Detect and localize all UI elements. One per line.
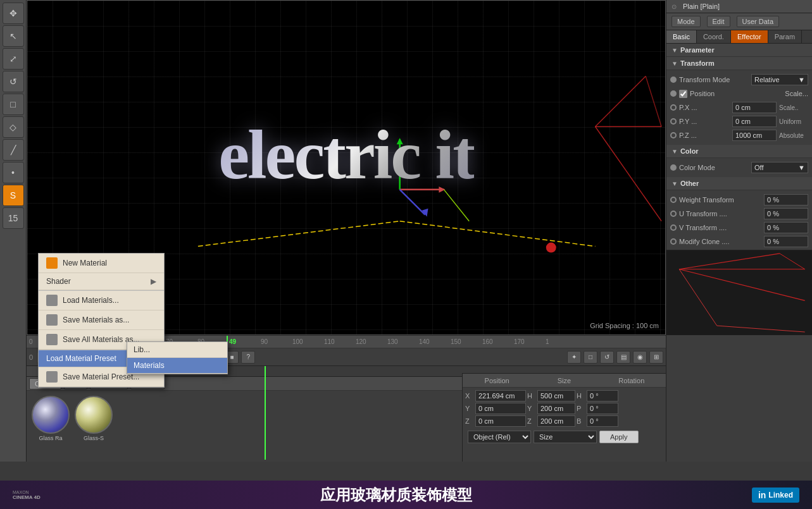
- tab-basic[interactable]: Basic: [666, 30, 697, 43]
- userdata-button[interactable]: User Data: [737, 16, 780, 27]
- weight-transform-input[interactable]: [764, 194, 808, 205]
- pz-radio[interactable]: [670, 132, 677, 138]
- y-pos-input[interactable]: [475, 403, 526, 414]
- transform-mode-dropdown[interactable]: Relative ▼: [751, 74, 808, 85]
- size-col-label: Size: [534, 377, 594, 384]
- apply-button[interactable]: Apply: [599, 431, 639, 443]
- panel-title: Plain [Plain]: [683, 3, 720, 10]
- size-dropdown[interactable]: Size: [534, 431, 597, 443]
- animation-btn[interactable]: □: [584, 351, 597, 364]
- u-transform-input[interactable]: [764, 208, 808, 219]
- other-section-header[interactable]: ▼ Other: [666, 177, 812, 190]
- grid-btn[interactable]: ⊞: [649, 351, 663, 364]
- keyframe-btn[interactable]: ✦: [567, 351, 581, 364]
- tool-move[interactable]: ✥: [3, 3, 24, 24]
- tool-number[interactable]: 15: [3, 207, 24, 229]
- menu-save-materials[interactable]: Save Materials as...: [39, 310, 164, 330]
- tool-scale[interactable]: ⤢: [3, 48, 24, 70]
- menu-load-materials[interactable]: Load Materials...: [39, 291, 164, 310]
- mini-viewport: [666, 250, 812, 335]
- object-rel-dropdown[interactable]: Object (Rel): [468, 431, 531, 443]
- z-rot-label: B: [577, 417, 585, 425]
- tool-rotate[interactable]: ↺: [3, 71, 24, 92]
- z-row: Z Z B: [465, 415, 663, 427]
- v-transform-label: V Transform ....: [679, 224, 761, 231]
- edit-button[interactable]: Edit: [707, 16, 730, 27]
- px-radio[interactable]: [670, 104, 677, 111]
- py-input[interactable]: [732, 116, 777, 127]
- x-label: X: [465, 392, 474, 400]
- tab-coord[interactable]: Coord.: [697, 30, 731, 43]
- panel-tabs: Basic Coord. Effector Param: [666, 30, 812, 44]
- save-materials-icon: [46, 314, 58, 326]
- material-glass2-label: Glass-S: [75, 435, 113, 441]
- z-pos-input[interactable]: [475, 415, 526, 427]
- material-glass1-thumb[interactable]: [32, 396, 70, 434]
- brand-line1: MAXON: [13, 490, 29, 494]
- tool-edge[interactable]: ╱: [3, 139, 24, 161]
- tool-arrow[interactable]: ↖: [3, 25, 24, 47]
- y-rot-input[interactable]: [587, 403, 618, 414]
- px-input[interactable]: [732, 102, 777, 113]
- right-panel: ⊙ Plain [Plain] Mode Edit User Data Basi…: [666, 0, 812, 462]
- u-radio[interactable]: [670, 211, 677, 217]
- x-pos-input[interactable]: [475, 390, 526, 402]
- frame-display-left: 0: [29, 353, 33, 361]
- tab-effector[interactable]: Effector: [731, 30, 768, 43]
- px-row: P.X ... Scale..: [666, 101, 812, 114]
- parameter-section-header[interactable]: ▼ Parameter: [666, 44, 812, 57]
- rotation-col-label: Rotation: [601, 377, 662, 384]
- y-size-input[interactable]: [537, 403, 575, 414]
- render-btn[interactable]: ▤: [616, 351, 630, 364]
- tool-polygon[interactable]: ◇: [3, 116, 24, 138]
- y-label: Y: [465, 405, 474, 412]
- submenu-materials[interactable]: Materials: [127, 358, 227, 374]
- menu-shader[interactable]: Shader ▶: [39, 273, 164, 290]
- other-arrow: ▼: [671, 180, 678, 187]
- scale-label: Scale...: [751, 90, 809, 97]
- z-size-input[interactable]: [537, 415, 575, 427]
- modify-radio[interactable]: [670, 238, 677, 245]
- tool-box[interactable]: □: [3, 94, 24, 115]
- tab-param[interactable]: Param: [768, 30, 802, 43]
- loop-btn[interactable]: ↺: [600, 351, 614, 364]
- color-mode-radio[interactable]: [670, 164, 677, 171]
- material-glass1-container: Glass Ra: [32, 396, 70, 441]
- camera-btn[interactable]: ◉: [633, 351, 647, 364]
- py-radio[interactable]: [670, 118, 677, 125]
- load-materials-label: Load Materials...: [63, 296, 119, 305]
- pz-input[interactable]: [732, 130, 777, 141]
- material-glass1-label: Glass Ra: [32, 435, 70, 441]
- left-toolbar: ✥ ↖ ⤢ ↺ □ ◇ ╱ • S 15: [0, 0, 27, 462]
- color-section-header[interactable]: ▼ Color: [666, 145, 812, 158]
- pos-header: Position Size Rotation: [463, 374, 666, 388]
- transform-section-header[interactable]: ▼ Transform: [666, 57, 812, 70]
- tool-brush[interactable]: S: [3, 185, 24, 206]
- py-row: P.Y ... Uniform: [666, 114, 812, 128]
- time-zero: 0: [29, 338, 33, 345]
- materials-content: Glass Ra Glass-S: [27, 391, 463, 446]
- x-size-input[interactable]: [537, 390, 575, 402]
- tool-point[interactable]: •: [3, 162, 24, 183]
- submenu-lib[interactable]: Lib...: [127, 342, 227, 358]
- y-rot-label: P: [577, 405, 585, 412]
- x-rot-input[interactable]: [587, 390, 618, 402]
- pos-fields: X H H Y Y P Z Z B Object (Rel: [463, 388, 666, 447]
- z-rot-input[interactable]: [587, 415, 618, 427]
- weight-radio[interactable]: [670, 197, 677, 203]
- position-checkbox[interactable]: [679, 90, 687, 98]
- menu-new-material[interactable]: New Material: [39, 254, 164, 273]
- help-btn[interactable]: ?: [241, 351, 255, 364]
- material-glass2-thumb[interactable]: [75, 396, 113, 434]
- color-mode-dropdown[interactable]: Off ▼: [751, 162, 808, 173]
- transform-mode-radio[interactable]: [670, 77, 677, 83]
- mode-button[interactable]: Mode: [671, 16, 701, 27]
- color-label: Color: [680, 147, 699, 155]
- v-radio[interactable]: [670, 224, 677, 231]
- modify-clone-input[interactable]: [764, 236, 808, 247]
- v-transform-input[interactable]: [764, 222, 808, 233]
- linkedin-in: in: [758, 490, 766, 500]
- y-row: Y Y P: [465, 403, 663, 414]
- shader-arrow: ▶: [151, 277, 156, 286]
- position-radio[interactable]: [670, 90, 677, 97]
